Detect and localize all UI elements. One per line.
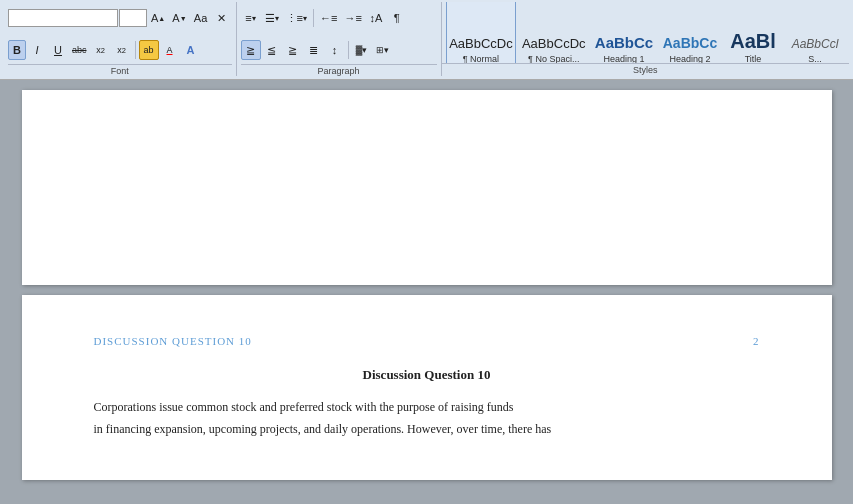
font-size-input[interactable]: 12	[119, 9, 147, 27]
justify-btn[interactable]: ≣	[304, 40, 324, 60]
superscript-btn[interactable]: x2	[112, 40, 132, 60]
para-row1: ≡▾ ☰▾ ⋮≡▾ ←≡ →≡ ↕A ¶	[241, 2, 437, 32]
clear-format-btn[interactable]: ✕	[212, 8, 232, 28]
styles-section-label: Styles	[442, 63, 849, 76]
style-subtitle-label: S...	[808, 54, 822, 64]
style-normal[interactable]: AaBbCcDc ¶ Normal	[446, 2, 517, 63]
align-center-btn[interactable]: ≦	[262, 40, 282, 60]
style-no-spacing-preview: AaBbCcDc	[522, 37, 586, 51]
decrease-indent-btn[interactable]: ←≡	[317, 8, 340, 28]
bold-btn[interactable]: B	[8, 40, 26, 60]
numbering-btn[interactable]: ☰▾	[262, 8, 282, 28]
page-title: Discussion Question 10	[94, 367, 760, 383]
paragraph-section-label: Paragraph	[241, 64, 437, 76]
separator1	[135, 41, 136, 59]
style-title[interactable]: AaBl Title	[723, 2, 783, 63]
subscript-btn[interactable]: x2	[91, 40, 111, 60]
align-left-btn[interactable]: ≧	[241, 40, 261, 60]
font-row1: Calibri 12 A▲ A▼ Aa ✕	[8, 2, 232, 32]
style-subtitle[interactable]: AaBbCcl S...	[785, 2, 845, 63]
font-row2: B I U abc x2 x2 ab A A	[8, 34, 232, 64]
borders-btn[interactable]: ⊞▾	[373, 40, 393, 60]
underline-btn[interactable]: U	[48, 40, 68, 60]
decrease-font-btn[interactable]: A▼	[169, 8, 189, 28]
font-color-btn[interactable]: A	[160, 40, 180, 60]
page-1	[22, 90, 832, 285]
text-effects-btn[interactable]: A	[181, 40, 201, 60]
highlight-btn[interactable]: ab	[139, 40, 159, 60]
separator2	[313, 9, 314, 27]
styles-section: AaBbCcDc ¶ Normal AaBbCcDc ¶ No Spaci...…	[442, 2, 849, 63]
multilevel-btn[interactable]: ⋮≡▾	[283, 8, 310, 28]
line-spacing-btn[interactable]: ↕	[325, 40, 345, 60]
style-heading2-label: Heading 2	[669, 54, 710, 64]
style-heading1[interactable]: AaBbCc Heading 1	[591, 2, 657, 63]
para-row2: ≧ ≦ ≧ ≣ ↕ ▓▾ ⊞▾	[241, 34, 437, 64]
strikethrough-btn[interactable]: abc	[69, 40, 90, 60]
styles-section-wrapper: AaBbCcDc ¶ Normal AaBbCcDc ¶ No Spaci...…	[442, 2, 849, 76]
style-title-label: Title	[745, 54, 762, 64]
style-no-spacing[interactable]: AaBbCcDc ¶ No Spaci...	[518, 2, 589, 63]
sort-btn[interactable]: ↕A	[366, 8, 386, 28]
body-line-2: in financing expansion, upcoming project…	[94, 419, 760, 441]
font-section: Calibri 12 A▲ A▼ Aa ✕ B I U abc x2 x2 ab…	[4, 2, 237, 76]
page-body: Corporations issue common stock and pref…	[94, 397, 760, 440]
page-number: 2	[753, 335, 760, 347]
change-case-btn[interactable]: Aa	[191, 8, 211, 28]
separator3	[348, 41, 349, 59]
increase-indent-btn[interactable]: →≡	[341, 8, 364, 28]
bullets-btn[interactable]: ≡▾	[241, 8, 261, 28]
style-subtitle-preview: AaBbCcl	[792, 38, 839, 51]
increase-font-btn[interactable]: A▲	[148, 8, 168, 28]
ribbon: Calibri 12 A▲ A▼ Aa ✕ B I U abc x2 x2 ab…	[0, 0, 853, 80]
document-area: DISCUSSION QUESTION 10 2 Discussion Ques…	[0, 80, 853, 504]
style-heading1-label: Heading 1	[604, 54, 645, 64]
paragraph-section: ≡▾ ☰▾ ⋮≡▾ ←≡ →≡ ↕A ¶ ≧ ≦ ≧ ≣ ↕ ▓▾ ⊞▾ Par…	[237, 2, 442, 76]
style-normal-preview: AaBbCcDc	[449, 37, 513, 51]
page-header-left: DISCUSSION QUESTION 10	[94, 335, 252, 347]
style-normal-label: ¶ Normal	[463, 54, 499, 64]
page-2: DISCUSSION QUESTION 10 2 Discussion Ques…	[22, 295, 832, 480]
italic-btn[interactable]: I	[27, 40, 47, 60]
page-header: DISCUSSION QUESTION 10 2	[94, 335, 760, 347]
style-no-spacing-label: ¶ No Spaci...	[528, 54, 579, 64]
style-heading2-preview: AaBbCc	[663, 36, 717, 51]
font-name-input[interactable]: Calibri	[8, 9, 118, 27]
font-section-label: Font	[8, 64, 232, 76]
body-line-1: Corporations issue common stock and pref…	[94, 397, 760, 419]
align-right-btn[interactable]: ≧	[283, 40, 303, 60]
show-para-btn[interactable]: ¶	[387, 8, 407, 28]
style-title-preview: AaBl	[730, 30, 776, 52]
style-heading1-preview: AaBbCc	[595, 35, 653, 52]
shading-btn[interactable]: ▓▾	[352, 40, 372, 60]
style-heading2[interactable]: AaBbCc Heading 2	[659, 2, 721, 63]
